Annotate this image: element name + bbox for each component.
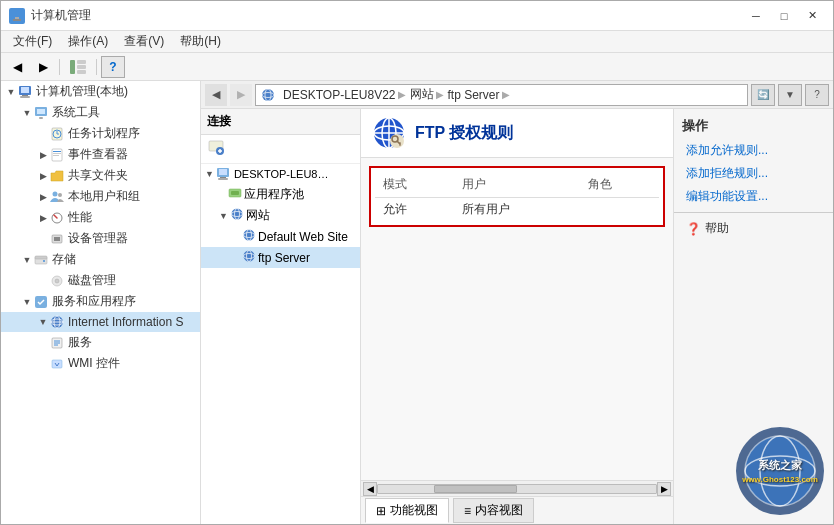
svg-point-58 <box>244 230 255 241</box>
window-title: 计算机管理 <box>31 7 743 24</box>
maximize-button[interactable]: □ <box>771 6 797 26</box>
tree-iis[interactable]: ▼ Internet Information S <box>1 312 200 332</box>
conn-app-pool[interactable]: ▶ 应用程序池 <box>201 184 360 205</box>
window-controls: ─ □ ✕ <box>743 6 825 26</box>
actions-header: 操作 <box>674 113 833 139</box>
close-button[interactable]: ✕ <box>799 6 825 26</box>
toolbar: ◀ ▶ ? <box>1 53 833 81</box>
local-users-label: 本地用户和组 <box>68 188 140 205</box>
svg-rect-20 <box>53 153 61 154</box>
conn-desktop[interactable]: ▼ DESKTOP-LEU8V22 (DESKT <box>201 164 360 184</box>
minimize-button[interactable]: ─ <box>743 6 769 26</box>
svg-rect-12 <box>37 109 45 114</box>
scroll-track[interactable] <box>377 484 657 494</box>
task-icon <box>49 126 65 142</box>
rule-row-0[interactable]: 允许 所有用户 <box>375 198 659 222</box>
address-seg-2[interactable]: 网站 ▶ <box>410 86 444 103</box>
services-apps-label: 服务和应用程序 <box>52 293 136 310</box>
svg-point-22 <box>53 191 58 196</box>
svg-rect-10 <box>20 96 30 98</box>
rules-table: 模式 用户 角色 允许 所有用户 <box>375 172 659 221</box>
menu-bar: 文件(F) 操作(A) 查看(V) 帮助(H) <box>1 31 833 53</box>
address-forward-button[interactable]: ▶ <box>230 84 252 106</box>
menu-help[interactable]: 帮助(H) <box>172 31 229 52</box>
address-options-button[interactable]: ▼ <box>778 84 802 106</box>
tab-content-view[interactable]: ≡ 内容视图 <box>453 498 534 523</box>
tab-feature-view[interactable]: ⊞ 功能视图 <box>365 498 449 523</box>
tree-device-manager[interactable]: ▶ 设备管理器 <box>1 228 200 249</box>
tree-root[interactable]: ▼ 计算机管理(本地) <box>1 81 200 102</box>
scroll-right-btn[interactable]: ▶ <box>657 482 671 496</box>
address-refresh-button[interactable]: 🔄 <box>751 84 775 106</box>
tree-disk-mgmt[interactable]: ▶ 磁盘管理 <box>1 270 200 291</box>
svg-rect-13 <box>39 117 43 119</box>
help-label: 帮助 <box>705 220 729 237</box>
svg-rect-4 <box>77 60 86 64</box>
menu-file[interactable]: 文件(F) <box>5 31 60 52</box>
actions-panel: 操作 添加允许规则... 添加拒绝规则... 编辑功能设置... ❓ 帮助 <box>673 109 833 524</box>
toolbar-forward[interactable]: ▶ <box>31 56 55 78</box>
action-help[interactable]: ❓ 帮助 <box>674 217 833 240</box>
svg-rect-52 <box>218 178 228 180</box>
address-seg-1[interactable]: DESKTOP-LEU8V22 ▶ <box>283 88 406 102</box>
action-edit-settings[interactable]: 编辑功能设置... <box>674 185 833 208</box>
help-icon: ❓ <box>686 222 701 236</box>
tree-system-tools[interactable]: ▼ 系统工具 <box>1 102 200 123</box>
ftp-rules-icon <box>373 117 405 149</box>
disk-management-label: 磁盘管理 <box>68 272 116 289</box>
tree-root-label: 计算机管理(本地) <box>36 83 128 100</box>
ftp-icon <box>242 249 256 266</box>
scroll-left-btn[interactable]: ◀ <box>363 482 377 496</box>
address-help-button[interactable]: ? <box>805 84 829 106</box>
menu-view[interactable]: 查看(V) <box>116 31 172 52</box>
rules-table-wrapper: 模式 用户 角色 允许 所有用户 <box>369 166 665 227</box>
svg-rect-54 <box>231 191 239 195</box>
svg-rect-0 <box>11 10 23 18</box>
add-connection-button[interactable] <box>205 138 227 160</box>
conn-websites[interactable]: ▼ 网站 <box>201 205 360 226</box>
services-list-icon <box>49 335 65 351</box>
toolbar-back[interactable]: ◀ <box>5 56 29 78</box>
address-back-button[interactable]: ◀ <box>205 84 227 106</box>
action-add-deny[interactable]: 添加拒绝规则... <box>674 162 833 185</box>
tree-shared-folders[interactable]: ▶ 共享文件夹 <box>1 165 200 186</box>
tree-local-users[interactable]: ▶ 本地用户和组 <box>1 186 200 207</box>
folder-icon <box>49 168 65 184</box>
tree-task-scheduler[interactable]: ▶ 任务计划程序 <box>1 123 200 144</box>
toolbar-help[interactable]: ? <box>101 56 125 78</box>
tree-storage[interactable]: ▼ 存储 <box>1 249 200 270</box>
title-bar: 计算机管理 ─ □ ✕ <box>1 1 833 31</box>
conn-default-web[interactable]: ▶ Default Web Site <box>201 226 360 247</box>
conn-ftp-server[interactable]: ▶ ftp Server <box>201 247 360 268</box>
users-expand: ▶ <box>37 191 49 203</box>
address-seg-3[interactable]: ftp Server ▶ <box>448 88 510 102</box>
computer-icon <box>17 84 33 100</box>
tree-services[interactable]: ▶ 服务 <box>1 332 200 353</box>
tree-event-viewer[interactable]: ▶ 事件查看器 <box>1 144 200 165</box>
content-area: ◀ ▶ DESKTOP-LEU8V22 ▶ <box>201 81 833 524</box>
rule-mode: 允许 <box>375 198 454 222</box>
toolbar-show-hide[interactable] <box>64 56 92 78</box>
address-box: DESKTOP-LEU8V22 ▶ 网站 ▶ ftp Server ▶ <box>255 84 748 106</box>
system-tools-expand: ▼ <box>21 107 33 119</box>
storage-expand: ▼ <box>21 254 33 266</box>
connections-panel: 连接 ▼ <box>201 109 361 524</box>
horizontal-scrollbar[interactable]: ◀ ▶ <box>361 480 673 496</box>
tree-wmi[interactable]: ▶ WMI 控件 <box>1 353 200 374</box>
tree-performance[interactable]: ▶ 性能 <box>1 207 200 228</box>
rule-user: 所有用户 <box>454 198 580 222</box>
iis-icon <box>49 314 65 330</box>
performance-label: 性能 <box>68 209 92 226</box>
toolbar-separator <box>59 59 60 75</box>
storage-label: 存储 <box>52 251 76 268</box>
menu-action[interactable]: 操作(A) <box>60 31 116 52</box>
bottom-tab-bar: ⊞ 功能视图 ≡ 内容视图 <box>361 496 673 524</box>
websites-expand: ▼ <box>219 211 228 221</box>
col-role: 角色 <box>580 172 659 198</box>
action-add-allow[interactable]: 添加允许规则... <box>674 139 833 162</box>
tree-services-apps[interactable]: ▼ 服务和应用程序 <box>1 291 200 312</box>
wmi-icon <box>49 356 65 372</box>
svg-rect-51 <box>220 177 226 178</box>
iis-label: Internet Information S <box>68 315 183 329</box>
connections-header: 连接 <box>201 109 360 135</box>
